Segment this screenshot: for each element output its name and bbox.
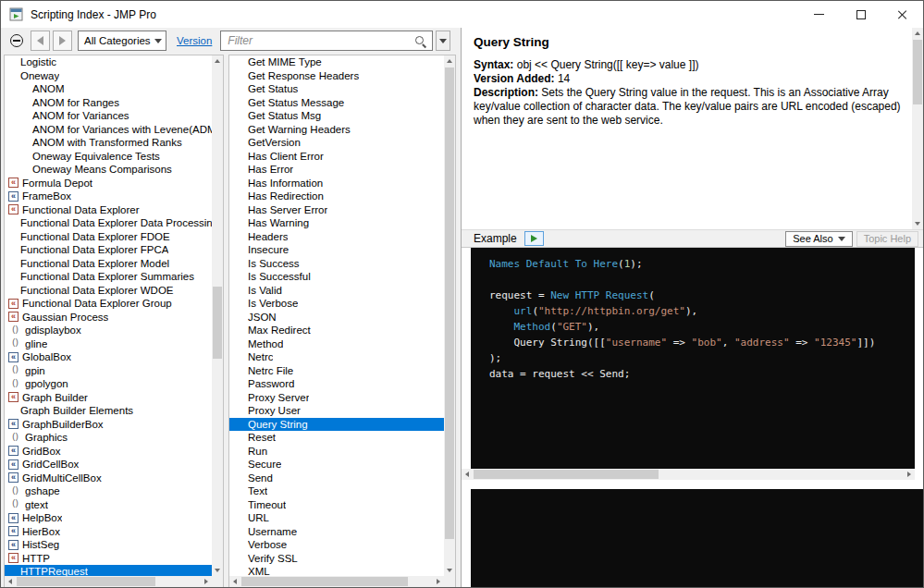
scrollbar-thumb[interactable] bbox=[474, 470, 659, 479]
run-example-button[interactable] bbox=[524, 231, 544, 246]
output-log[interactable] bbox=[471, 489, 923, 587]
category-dropdown[interactable]: All Categories bbox=[78, 31, 166, 51]
method-item-query-string[interactable]: Query String bbox=[229, 418, 444, 432]
search-icon[interactable] bbox=[414, 35, 426, 47]
tree-item-functional-data-explorer-fdoe[interactable]: Functional Data Explorer FDOE bbox=[5, 230, 212, 244]
method-item-json[interactable]: JSON bbox=[229, 311, 444, 325]
method-item-get-status-message[interactable]: Get Status Message bbox=[229, 96, 444, 110]
method-item-get-mime-type[interactable]: Get MIME Type bbox=[229, 55, 444, 69]
method-item-has-redirection[interactable]: Has Redirection bbox=[229, 190, 444, 203]
scroll-right-button[interactable] bbox=[433, 576, 444, 587]
tree-item-anom-for-variances-with-levene-adm[interactable]: ANOM for Variances with Levene(ADM) bbox=[5, 123, 212, 137]
scroll-up-button[interactable] bbox=[212, 55, 223, 67]
scrollbar-thumb[interactable] bbox=[445, 67, 454, 539]
method-item-password[interactable]: Password bbox=[229, 377, 444, 391]
method-item-proxy-server[interactable]: Proxy Server bbox=[229, 391, 444, 405]
tree-item-anom-for-variances[interactable]: ANOM for Variances bbox=[5, 109, 212, 123]
tree-item-gridcellbox[interactable]: «GridCellBox bbox=[5, 458, 212, 472]
output-log-area[interactable] bbox=[462, 485, 923, 587]
method-item-has-warning[interactable]: Has Warning bbox=[229, 216, 444, 230]
method-item-is-verbose[interactable]: Is Verbose bbox=[229, 297, 444, 311]
tree-item-formula-depot[interactable]: «Formula Depot bbox=[5, 177, 212, 190]
method-item-text[interactable]: Text bbox=[229, 484, 444, 498]
tree-item-graph-builder-elements[interactable]: Graph Builder Elements bbox=[5, 404, 212, 418]
tree-item-http[interactable]: «HTTP bbox=[5, 552, 212, 566]
tree-item-gpolygon[interactable]: ( )gpolygon bbox=[5, 377, 212, 391]
description-scrollbar[interactable] bbox=[912, 28, 923, 229]
method-item-headers[interactable]: Headers bbox=[229, 230, 444, 244]
scroll-down-button[interactable] bbox=[212, 565, 223, 576]
method-item-timeout[interactable]: Timeout bbox=[229, 498, 444, 512]
tree-item-globalbox[interactable]: «GlobalBox bbox=[5, 350, 212, 364]
method-horizontal-scrollbar[interactable] bbox=[229, 576, 444, 587]
scroll-left-button[interactable] bbox=[229, 576, 240, 587]
tree-item-functional-data-explorer-wdoe[interactable]: Functional Data Explorer WDOE bbox=[5, 284, 212, 298]
tree-item-gpin[interactable]: ( )gpin bbox=[5, 364, 212, 378]
collapse-panel-button[interactable] bbox=[6, 31, 28, 51]
tree-item-hierbox[interactable]: «HierBox bbox=[5, 525, 212, 539]
method-item-verify-ssl[interactable]: Verify SSL bbox=[229, 552, 444, 566]
tree-item-functional-data-explorer-summaries[interactable]: Functional Data Explorer Summaries bbox=[5, 270, 212, 284]
see-also-dropdown[interactable]: See Also bbox=[785, 231, 852, 247]
tree-item-gridmulticellbox[interactable]: «GridMultiCellBox bbox=[5, 472, 212, 485]
scrollbar-thumb[interactable] bbox=[913, 40, 922, 104]
method-item-has-error[interactable]: Has Error bbox=[229, 163, 444, 177]
tree-item-gdisplaybox[interactable]: ( )gdisplaybox bbox=[5, 324, 212, 337]
tree-item-helpbox[interactable]: «HelpBox bbox=[5, 511, 212, 525]
scroll-down-button[interactable] bbox=[444, 565, 455, 576]
method-item-send[interactable]: Send bbox=[229, 472, 444, 485]
tree-item-logistic[interactable]: Logistic bbox=[5, 55, 212, 69]
method-item-has-information[interactable]: Has Information bbox=[229, 177, 444, 190]
method-item-has-client-error[interactable]: Has Client Error bbox=[229, 150, 444, 164]
method-item-proxy-user[interactable]: Proxy User bbox=[229, 404, 444, 418]
tree-item-gshape[interactable]: ( )gshape bbox=[5, 484, 212, 498]
scroll-down-button[interactable] bbox=[912, 218, 923, 229]
version-link[interactable]: Version bbox=[177, 35, 212, 46]
tree-item-anom-for-ranges[interactable]: ANOM for Ranges bbox=[5, 96, 212, 110]
tree-vertical-scrollbar[interactable] bbox=[212, 55, 223, 576]
method-item-get-status-msg[interactable]: Get Status Msg bbox=[229, 109, 444, 123]
tree-item-histseg[interactable]: «HistSeg bbox=[5, 538, 212, 552]
tree-item-functional-data-explorer-group[interactable]: «Functional Data Explorer Group bbox=[5, 297, 212, 311]
filter-input[interactable] bbox=[220, 31, 433, 51]
tree-item-graphbuilderbox[interactable]: «GraphBuilderBox bbox=[5, 418, 212, 432]
scroll-up-button[interactable] bbox=[912, 28, 923, 39]
code-horizontal-scrollbar[interactable] bbox=[462, 469, 915, 480]
tree-item-httprequest[interactable]: HTTPRequest bbox=[5, 565, 212, 576]
method-item-insecure[interactable]: Insecure bbox=[229, 243, 444, 257]
method-item-netrc[interactable]: Netrc bbox=[229, 350, 444, 364]
method-item-secure[interactable]: Secure bbox=[229, 458, 444, 472]
method-item-get-warning-headers[interactable]: Get Warning Headers bbox=[229, 123, 444, 137]
scroll-left-button[interactable] bbox=[5, 576, 16, 587]
tree-item-functional-data-explorer-model[interactable]: Functional Data Explorer Model bbox=[5, 257, 212, 271]
method-item-reset[interactable]: Reset bbox=[229, 431, 444, 445]
tree-item-gaussian-process[interactable]: «Gaussian Process bbox=[5, 311, 212, 325]
example-code-area[interactable]: Names Default To Here(1); request = New … bbox=[462, 248, 923, 469]
method-item-method[interactable]: Method bbox=[229, 337, 444, 351]
tree-item-gridbox[interactable]: «GridBox bbox=[5, 445, 212, 459]
method-item-has-server-error[interactable]: Has Server Error bbox=[229, 203, 444, 217]
tree-horizontal-scrollbar[interactable] bbox=[5, 576, 212, 587]
scrollbar-thumb[interactable] bbox=[213, 287, 222, 359]
tree-item-gline[interactable]: ( )gline bbox=[5, 337, 212, 351]
method-item-run[interactable]: Run bbox=[229, 445, 444, 459]
tree-item-functional-data-explorer[interactable]: «Functional Data Explorer bbox=[5, 203, 212, 217]
close-button[interactable] bbox=[881, 1, 923, 28]
topic-help-button[interactable]: Topic Help bbox=[856, 231, 918, 247]
back-button[interactable] bbox=[31, 31, 50, 51]
code-editor[interactable]: Names Default To Here(1); request = New … bbox=[471, 248, 915, 469]
tree-item-graph-builder[interactable]: «Graph Builder bbox=[5, 391, 212, 405]
scroll-left-button[interactable] bbox=[462, 469, 473, 480]
method-item-url[interactable]: URL bbox=[229, 511, 444, 525]
scrollbar-thumb[interactable] bbox=[241, 577, 408, 586]
scroll-right-button[interactable] bbox=[201, 576, 212, 587]
tree-item-oneway-equivalence-tests[interactable]: Oneway Equivalence Tests bbox=[5, 150, 212, 164]
method-item-xml[interactable]: XML bbox=[229, 565, 444, 576]
tree-item-oneway[interactable]: Oneway bbox=[5, 69, 212, 83]
tree-item-graphics[interactable]: ( )Graphics bbox=[5, 431, 212, 445]
forward-button[interactable] bbox=[53, 31, 72, 51]
method-item-is-valid[interactable]: Is Valid bbox=[229, 284, 444, 298]
method-item-is-successful[interactable]: Is Successful bbox=[229, 270, 444, 284]
tree-item-framebox[interactable]: «FrameBox bbox=[5, 190, 212, 203]
method-item-is-success[interactable]: Is Success bbox=[229, 257, 444, 271]
